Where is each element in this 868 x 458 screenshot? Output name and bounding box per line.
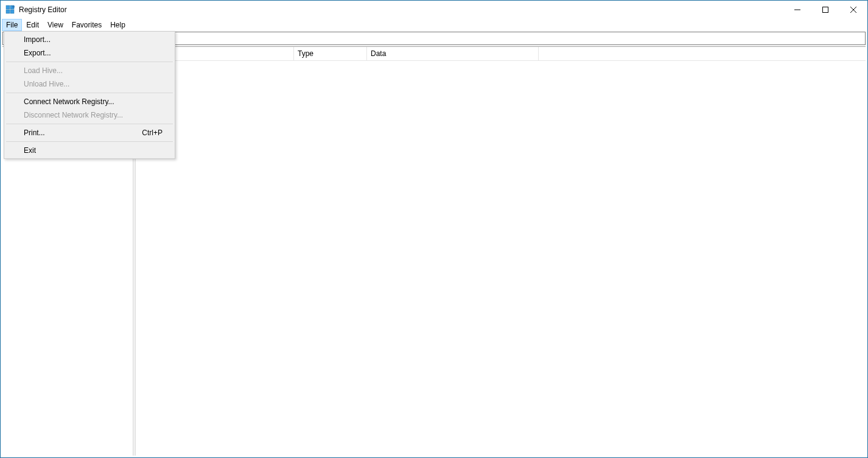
- menu-separator: [6, 93, 173, 93]
- menu-exit[interactable]: Exit: [5, 144, 173, 157]
- column-data[interactable]: Data: [367, 47, 539, 60]
- close-button[interactable]: [839, 1, 867, 19]
- app-window: Registry Editor File Edit View Favorites…: [0, 0, 868, 458]
- svg-rect-3: [10, 10, 14, 13]
- minimize-button[interactable]: [783, 1, 811, 19]
- column-type[interactable]: Type: [294, 47, 367, 60]
- menu-edit[interactable]: Edit: [22, 19, 43, 31]
- file-dropdown: Import... Export... Load Hive... Unload …: [4, 31, 175, 159]
- maximize-button[interactable]: [811, 1, 839, 19]
- menu-separator: [6, 124, 173, 124]
- list-header: Name Type Data: [136, 47, 866, 61]
- window-title: Registry Editor: [19, 5, 67, 14]
- menu-file[interactable]: File: [2, 19, 22, 31]
- menu-load-hive: Load Hive...: [5, 64, 173, 77]
- menu-separator: [6, 62, 173, 62]
- svg-rect-2: [6, 10, 10, 13]
- menu-print[interactable]: Print... Ctrl+P: [5, 126, 173, 139]
- menu-export[interactable]: Export...: [5, 46, 173, 60]
- menu-import[interactable]: Import...: [5, 33, 173, 46]
- menu-disconnect-network: Disconnect Network Registry...: [5, 108, 173, 122]
- window-controls: [783, 1, 867, 19]
- regedit-icon: [5, 5, 15, 15]
- menu-connect-network[interactable]: Connect Network Registry...: [5, 95, 173, 108]
- menu-print-shortcut: Ctrl+P: [142, 129, 163, 137]
- menu-favorites[interactable]: Favorites: [68, 19, 106, 31]
- menu-separator: [6, 141, 173, 142]
- menu-print-label: Print...: [24, 129, 45, 137]
- menu-unload-hive: Unload Hive...: [5, 77, 173, 91]
- svg-rect-0: [6, 5, 10, 9]
- list-body[interactable]: [136, 61, 866, 456]
- title-bar: Registry Editor: [1, 1, 867, 19]
- menu-bar: File Edit View Favorites Help: [1, 19, 867, 31]
- list-pane: Name Type Data: [136, 47, 866, 456]
- svg-rect-6: [823, 7, 828, 13]
- menu-help[interactable]: Help: [106, 19, 130, 31]
- menu-view[interactable]: View: [43, 19, 68, 31]
- svg-point-4: [12, 5, 15, 8]
